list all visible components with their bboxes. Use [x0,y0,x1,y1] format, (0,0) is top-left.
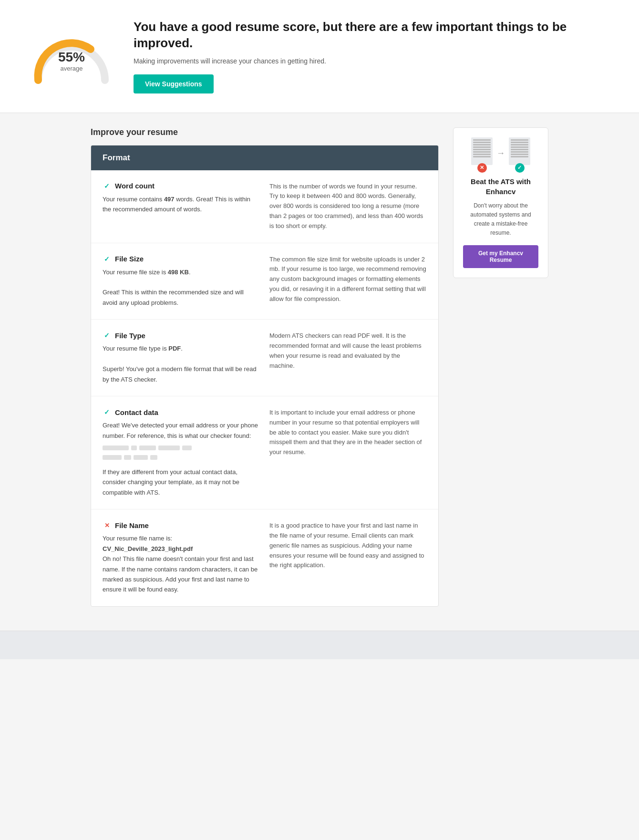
get-enhancv-button[interactable]: Get my Enhancv Resume [463,245,538,268]
check-left-file-size: File Size Your resume file size is 498 K… [103,255,260,308]
arrow-icon: → [496,148,505,158]
check-detail-file-type: Modern ATS checkers can read PDF well. I… [269,331,427,384]
ats-desc: Don't worry about the automated systems … [463,201,538,238]
check-item-word-count: Word count Your resume contains 497 word… [91,170,438,243]
resume-before-thumb [471,137,493,165]
check-item-file-type: File Type Your resume file type is PDF. … [91,320,438,396]
fail-badge: ✕ [477,163,487,173]
pass-icon-contact-data [103,408,111,416]
section-heading: Improve your resume [91,127,439,137]
check-title-file-name: File Name [115,521,149,529]
check-item-file-size: File Size Your resume file size is 498 K… [91,243,438,320]
ats-card: ✕ → ✓ Beat the ATS with Enhancv Don't wo… [453,127,548,279]
check-body-contact-data: Great! We've detected your email address… [103,420,260,498]
check-detail-word-count: This is the number of words we found in … [269,182,427,231]
bottom-section [0,631,639,659]
check-title-row-word-count: Word count [103,182,260,190]
check-left-word-count: Word count Your resume contains 497 word… [103,182,260,231]
check-left-file-name: File Name Your resume file name is: CV_N… [103,521,260,595]
check-title-word-count: Word count [115,182,155,190]
hero-title: You have a good resume score, but there … [134,19,610,52]
score-label: average [58,65,85,72]
hero-subtitle: Making improvements will increase your c… [134,57,610,65]
check-detail-file-name: It is a good practice to have your first… [269,521,427,595]
resume-after-thumb-wrap: ✓ [509,137,530,170]
ats-title: Beat the ATS with Enhancv [463,176,538,197]
check-title-row-file-type: File Type [103,331,260,340]
check-title-row-contact-data: Contact data [103,408,260,416]
hero-text-content: You have a good resume score, but there … [134,19,610,93]
check-body-word-count: Your resume contains 497 words. Great! T… [103,194,260,215]
ats-visual: ✕ → ✓ [463,137,538,170]
pass-icon-file-size [103,255,111,263]
score-percentage: 55% [58,50,85,65]
content-area: Improve your resume Format Word count Yo… [91,127,439,616]
resume-after-thumb [509,137,530,165]
hero-section: 55% average You have a good resume score… [0,0,639,113]
gauge-text-block: 55% average [58,50,85,72]
check-item-file-name: File Name Your resume file name is: CV_N… [91,509,438,606]
check-detail-file-size: The common file size limit for website u… [269,255,427,308]
pass-icon-word-count [103,182,111,190]
format-header: Format [91,145,438,170]
resume-before-thumb-wrap: ✕ [471,137,493,170]
pass-badge: ✓ [515,163,525,173]
check-title-row-file-name: File Name [103,521,260,529]
check-title-contact-data: Contact data [115,408,158,416]
redacted-contact-block [103,446,260,462]
check-title-file-type: File Type [115,332,145,340]
pass-icon-file-type [103,331,111,340]
check-body-file-type: Your resume file type is PDF. Superb! Yo… [103,343,260,384]
score-gauge: 55% average [29,28,114,85]
check-body-file-name: Your resume file name is: CV_Nic_Deville… [103,533,260,595]
format-block: Format Word count Your resume contains 4… [91,145,439,607]
fail-icon-file-name [103,521,111,529]
check-left-file-type: File Type Your resume file type is PDF. … [103,331,260,384]
check-title-row-file-size: File Size [103,255,260,263]
view-suggestions-button[interactable]: View Suggestions [134,74,214,93]
sidebar: ✕ → ✓ Beat the ATS with Enhancv Don't wo… [453,127,548,616]
check-left-contact-data: Contact data Great! We've detected your … [103,408,260,498]
check-item-contact-data: Contact data Great! We've detected your … [91,396,438,509]
main-layout: Improve your resume Format Word count Yo… [81,113,558,631]
check-body-file-size: Your resume file size is 498 KB. Great! … [103,267,260,308]
check-title-file-size: File Size [115,255,144,263]
check-detail-contact-data: It is important to include your email ad… [269,408,427,498]
